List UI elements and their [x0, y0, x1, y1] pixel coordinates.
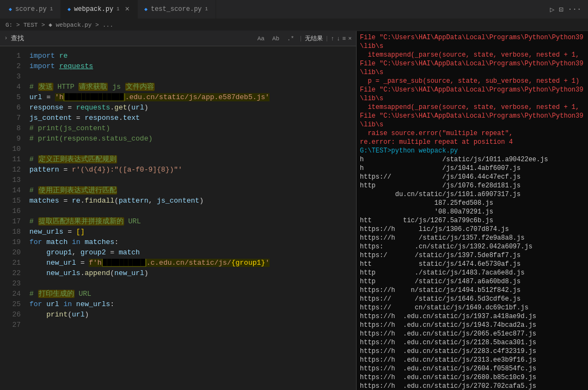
- terminal-pane[interactable]: File "C:\Users\HAI\AppData\Local\Program…: [357, 31, 588, 390]
- code-line-11: # 定义正则表达式匹配规则: [29, 154, 356, 164]
- search-close-button[interactable]: ×: [348, 35, 352, 42]
- tab-close-webpack[interactable]: ×: [125, 5, 130, 14]
- terminal-line: https://h .edu.cn/static/js/2604.f05854f…: [360, 364, 585, 373]
- tab-bar: ◆ score.py 1 ◆ webpack.py 1 × ◆ test_sco…: [0, 0, 588, 19]
- terminal-line: https://h .edu.cn/static/js/2313.ee3b9f1…: [360, 356, 585, 364]
- code-line-5: url = 'h██████████████.edu.cn/static/js/…: [29, 92, 356, 102]
- terminal-line: re.error: multiple repeat at position 4: [360, 138, 585, 147]
- code-line-15: matches = re.findall(pattern, js_content…: [29, 196, 356, 206]
- terminal-line: h /js/1041.4abf6007.js: [360, 164, 585, 173]
- editor-pane: › 查找 Aa Ab .* | 无结果 | ↑ ↓ ≡ × 12345 6789…: [0, 31, 357, 390]
- terminal-line: https://h .edu.cn/static/js/2283.c4f3231…: [360, 347, 585, 356]
- terminal-line: htt tic/js/1267.5a799c6b.js: [360, 216, 585, 225]
- terminal-line: https://h n/static/js/1494.b512f842.js: [360, 286, 585, 295]
- run-icon[interactable]: ▷: [550, 5, 554, 14]
- tab-number-test: 1: [205, 7, 208, 12]
- terminal-line: http /static/js/1487.a6a60bd8.js: [360, 277, 585, 286]
- prev-result-button[interactable]: ↑: [331, 35, 335, 42]
- terminal-line: File "C:\Users\HAI\AppData\Local\Program…: [360, 112, 585, 129]
- terminal-line: G:\TEST>python webpack.py: [360, 147, 585, 155]
- code-line-17: # 提取匹配结果并拼接成新的 URL: [29, 216, 356, 227]
- code-line-26: print(url): [29, 309, 356, 320]
- search-divider: |: [299, 35, 303, 42]
- more-icon[interactable]: ···: [568, 5, 581, 14]
- tab-label-score: score.py: [15, 5, 47, 13]
- terminal-line: https:// /js/1046.44c47ecf.js: [360, 173, 585, 181]
- code-line-3: [29, 71, 356, 82]
- code-line-8: # print(js_content): [29, 123, 356, 133]
- code-line-18: new_urls = []: [29, 227, 356, 237]
- case-sensitive-button[interactable]: Aa: [255, 35, 267, 42]
- code-line-20: group1, group2 = match: [29, 247, 356, 258]
- regex-button[interactable]: .*: [284, 35, 297, 42]
- result-list-button[interactable]: ≡: [342, 35, 346, 42]
- terminal-line: https://h .edu.cn/static/js/1943.74bcad2…: [360, 321, 585, 330]
- terminal-line: https:// cn/static/js/1649.dc69c1bf.js: [360, 303, 585, 312]
- tab-score[interactable]: ◆ score.py 1: [2, 0, 61, 19]
- terminal-line: https://h .edu.cn/static/js/2065.e51ec87…: [360, 330, 585, 338]
- code-line-6: response = requests.get(url): [29, 102, 356, 113]
- terminal-line: raise source.error("multiple repeat",: [360, 129, 585, 138]
- terminal-line: '08.80a79291.js: [360, 208, 585, 216]
- code-line-22: new_urls.append(new_url): [29, 268, 356, 278]
- tab-test-score[interactable]: ◆ test_score.py 1: [138, 0, 216, 19]
- code-line-16: [29, 206, 356, 216]
- tab-label-test: test_score.py: [151, 5, 202, 13]
- code-line-19: for match in matches:: [29, 237, 356, 247]
- search-input[interactable]: [28, 35, 252, 42]
- terminal-line: https:// /static/js/1646.5d3cdf6e.js: [360, 295, 585, 303]
- no-result-label: 无结果: [305, 34, 323, 42]
- breadcrumb: G: > TEST > ◆ webpack.py > ...: [0, 19, 588, 31]
- search-options: Aa Ab .* | 无结果 | ↑ ↓ ≡ ×: [255, 34, 352, 42]
- code-line-1: import re: [29, 51, 356, 61]
- terminal-line: http /js/1076.fe28d181.js: [360, 181, 585, 190]
- terminal-line: https://h .edu.cn/static/js/1937.a418ae9…: [360, 312, 585, 321]
- code-content: import re import requests # 发送 HTTP 请求获取…: [27, 46, 356, 390]
- line-numbers: 12345 678910 1112131415 1617181920 21222…: [0, 46, 27, 390]
- code-line-7: js_content = response.text: [29, 113, 356, 123]
- terminal-line: https://h .edu.cn/static/js/2680.b85c10c…: [360, 373, 585, 382]
- tab-webpack[interactable]: ◆ webpack.py 1 ×: [61, 0, 138, 19]
- terminal-line: File "C:\Users\HAI\AppData\Local\Program…: [360, 86, 585, 103]
- tab-number-score: 1: [50, 7, 53, 12]
- code-line-4: # 发送 HTTP 请求获取 js 文件内容: [29, 82, 356, 92]
- terminal-line: https://h lic/js/1306.c707d874.js: [360, 225, 585, 234]
- terminal-line: https://h .edu.cn/static/js/2128.5baca30…: [360, 338, 585, 347]
- code-line-27: [29, 320, 356, 330]
- terminal-line: https://h .edu.cn/static/js/2702.702cafa…: [360, 382, 585, 390]
- search-bar: › 查找 Aa Ab .* | 无结果 | ↑ ↓ ≡ ×: [0, 31, 356, 46]
- whole-word-button[interactable]: Ab: [270, 35, 282, 42]
- main-area: › 查找 Aa Ab .* | 无结果 | ↑ ↓ ≡ × 12345 6789…: [0, 31, 588, 390]
- tab-dot-webpack: ◆: [68, 6, 71, 13]
- code-line-10: [29, 144, 356, 154]
- split-icon[interactable]: ⊡: [559, 5, 563, 14]
- code-line-12: pattern = r'(\d{4}):"([a-f0-9]{8})"': [29, 164, 356, 175]
- code-line-2: import requests: [29, 61, 356, 71]
- code-line-21: new_url = f'h██████████.c.edu.cn/static/…: [29, 258, 356, 268]
- tab-number-webpack: 1: [117, 7, 119, 12]
- tab-dot-test: ◆: [144, 6, 148, 13]
- code-line-14: # 使用正则表达式进行匹配: [29, 185, 356, 196]
- terminal-line: itemsappend(_parse(source, state, verbos…: [360, 51, 585, 59]
- tab-actions: ▷ ⊡ ···: [550, 5, 586, 14]
- search-divider2: |: [325, 35, 329, 42]
- terminal-line: File "C:\Users\HAI\AppData\Local\Program…: [360, 59, 585, 77]
- search-collapse-icon[interactable]: ›: [4, 35, 8, 41]
- terminal-line: p = _parse_sub(source, state, sub_verbos…: [360, 77, 585, 86]
- code-area: 12345 678910 1112131415 1617181920 21222…: [0, 46, 356, 390]
- terminal-line: h /static/js/1011.a90422ee.js: [360, 155, 585, 164]
- next-result-button[interactable]: ↓: [336, 35, 340, 42]
- terminal-line: https:/ /static/js/1397.5de8faf7.js: [360, 251, 585, 260]
- search-label: 查找: [11, 34, 24, 43]
- terminal-line: 187.25fed508.js: [360, 199, 585, 208]
- code-line-23: [29, 278, 356, 289]
- code-line-24: # 打印生成的 URL: [29, 289, 356, 299]
- terminal-line: http ./static/js/1483.7aca6e8d.js: [360, 269, 585, 277]
- terminal-line: htt static/js/1474.6e5730af.js: [360, 260, 585, 269]
- terminal-line: du.cn/static/js/1101.a6907317.js: [360, 190, 585, 199]
- terminal-line: File "C:\Users\HAI\AppData\Local\Program…: [360, 33, 585, 51]
- code-line-13: [29, 175, 356, 185]
- tab-label-webpack: webpack.py: [74, 5, 113, 13]
- terminal-line: https://h /static/js/1357.f2e9a8a8.js: [360, 234, 585, 242]
- code-line-25: for url in new_urls:: [29, 299, 356, 309]
